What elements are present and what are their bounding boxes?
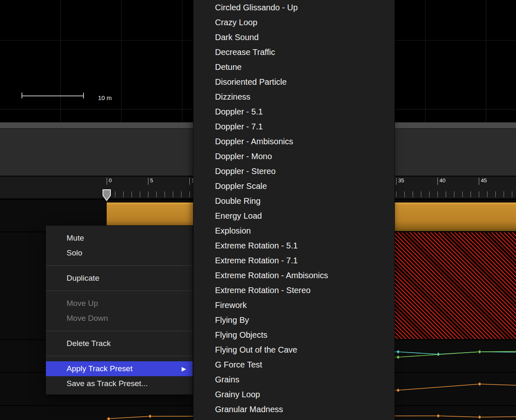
- ruler-label: 35: [398, 177, 404, 184]
- preset-item[interactable]: Decrease Traffic: [194, 45, 394, 60]
- menu-item-solo[interactable]: Solo: [46, 246, 193, 260]
- ruler-tick: [504, 191, 504, 197]
- ruler-tick: [487, 191, 487, 197]
- preset-item[interactable]: Extreme Rotation - 5.1: [194, 238, 394, 253]
- preset-item[interactable]: Grains: [194, 372, 394, 387]
- menu-item-label: Mute: [67, 234, 84, 242]
- ruler-tick: [413, 191, 413, 197]
- preset-item[interactable]: Granular Madness: [194, 402, 394, 417]
- ruler-tick: [512, 191, 512, 197]
- ruler-tick: [115, 191, 115, 197]
- preset-item[interactable]: Energy Load: [194, 208, 394, 223]
- menu-item-mute[interactable]: Mute: [46, 231, 193, 246]
- preset-item[interactable]: Flying Objects: [194, 327, 394, 342]
- ruler-tick-major: [479, 178, 479, 185]
- scale-label: 10 m: [98, 94, 112, 101]
- preset-item[interactable]: Doppler - 7.1: [194, 119, 394, 134]
- preset-item[interactable]: Dizziness: [194, 89, 394, 104]
- submenu-arrow-icon: ▶: [182, 361, 186, 376]
- ruler-tick: [189, 191, 190, 197]
- menu-item-move-up: Move Up: [46, 296, 193, 311]
- ruler-tick: [462, 191, 463, 197]
- preset-item[interactable]: Crazy Loop: [194, 15, 394, 30]
- ruler-label: 0: [109, 177, 112, 184]
- ruler-tick: [181, 191, 182, 197]
- ruler-tick: [148, 191, 148, 197]
- ruler-tick: [156, 191, 157, 197]
- preset-item[interactable]: Doppler - 5.1: [194, 104, 394, 119]
- menu-item-save-as-track-preset[interactable]: Save as Track Preset...: [46, 376, 193, 391]
- ruler-tick: [123, 191, 124, 197]
- preset-item[interactable]: Extreme Rotation - Stereo: [194, 283, 394, 298]
- preset-item[interactable]: Grainy Loop: [194, 387, 394, 402]
- ruler-tick: [437, 191, 438, 197]
- ruler-tick: [396, 191, 397, 197]
- preset-item[interactable]: Doppler Scale: [194, 179, 394, 193]
- ruler-tick: [404, 191, 405, 197]
- preset-item[interactable]: Explosion: [194, 223, 394, 238]
- preset-item[interactable]: Firework: [194, 298, 394, 313]
- preset-item[interactable]: Dark Sound: [194, 30, 394, 45]
- scale-ruler-line: [22, 95, 84, 96]
- preset-item[interactable]: Extreme Rotation - Ambisonics: [194, 268, 394, 283]
- menu-item-move-down: Move Down: [46, 311, 193, 326]
- preset-item[interactable]: Extreme Rotation - 7.1: [194, 253, 394, 268]
- app-window: 10 m + 051015202530354045 Explosion + Me…: [0, 0, 516, 420]
- preset-item[interactable]: Detune: [194, 60, 394, 74]
- preset-item[interactable]: Circled Glissando - Up: [194, 0, 394, 15]
- playhead-marker[interactable]: [102, 189, 111, 201]
- ruler-tick: [495, 191, 496, 197]
- preset-item[interactable]: Doppler - Stereo: [194, 164, 394, 179]
- menu-separator: [46, 265, 193, 266]
- menu-item-label: Move Down: [67, 314, 108, 322]
- scale-ruler-cap-left: [22, 93, 22, 98]
- ruler-tick: [471, 191, 471, 197]
- menu-item-label: Apply Track Preset: [67, 364, 132, 373]
- ruler-tick: [165, 191, 165, 197]
- menu-separator: [46, 291, 193, 291]
- menu-item-apply-track-preset[interactable]: Apply Track Preset▶: [46, 361, 193, 376]
- ruler-tick-major: [148, 178, 148, 185]
- preset-item[interactable]: G Force Test: [194, 357, 394, 372]
- menu-item-label: Delete Track: [67, 339, 111, 348]
- menu-separator: [46, 331, 193, 331]
- ruler-tick: [173, 191, 173, 197]
- ruler-tick: [140, 191, 140, 197]
- menu-item-label: Move Up: [67, 299, 98, 308]
- track-context-menu: MuteSoloDuplicateMove UpMove DownDelete …: [45, 225, 193, 395]
- menu-item-duplicate[interactable]: Duplicate: [46, 271, 193, 286]
- menu-separator: [46, 356, 193, 356]
- ruler-tick-major: [437, 178, 438, 185]
- ruler-tick: [131, 191, 132, 197]
- preset-item[interactable]: Flying By: [194, 313, 394, 327]
- menu-item-label: Duplicate: [67, 274, 99, 282]
- ruler-tick-major: [107, 178, 107, 185]
- scale-ruler-cap-right: [83, 93, 84, 98]
- ruler-tick-major: [396, 178, 397, 185]
- preset-submenu: Circled Glissando - UpCrazy LoopDark Sou…: [193, 0, 395, 420]
- menu-item-label: Save as Track Preset...: [67, 379, 148, 388]
- ruler-label: 40: [440, 177, 445, 184]
- ruler-tick-major: [189, 178, 190, 185]
- menu-item-label: Solo: [67, 248, 82, 257]
- preset-item[interactable]: Disoriented Particle: [194, 74, 394, 89]
- ruler-tick: [429, 191, 430, 197]
- preset-item[interactable]: Double Ring: [194, 193, 394, 208]
- ruler-label: 45: [481, 177, 487, 184]
- preset-item[interactable]: Flying Out of the Cave: [194, 342, 394, 357]
- ruler-label: 5: [150, 177, 153, 184]
- preset-item[interactable]: Doppler - Mono: [194, 149, 394, 164]
- ruler-tick: [479, 191, 479, 197]
- menu-item-delete-track[interactable]: Delete Track: [46, 336, 193, 351]
- ruler-tick: [454, 191, 454, 197]
- ruler-tick: [446, 191, 446, 197]
- ruler-tick: [421, 191, 421, 197]
- preset-item[interactable]: Doppler - Ambisonics: [194, 134, 394, 149]
